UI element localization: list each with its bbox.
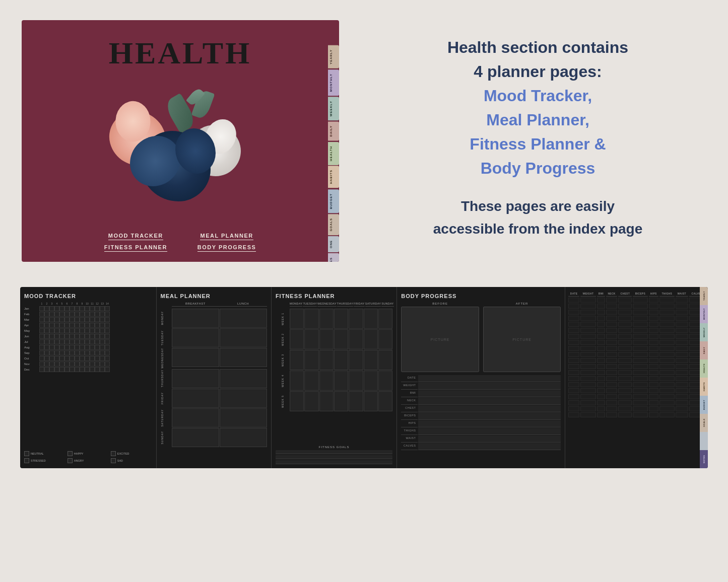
mood-cell[interactable] [90,367,95,372]
tracking-cell[interactable] [659,400,675,405]
tracking-cell[interactable] [606,298,618,303]
fitness-cell[interactable] [378,329,392,349]
tracking-cell[interactable] [580,304,596,309]
tab-one[interactable]: ONE [328,236,339,252]
mood-cell[interactable] [59,356,64,361]
mood-cell[interactable] [75,367,80,372]
tracking-cell[interactable] [580,364,596,369]
tracking-cell[interactable] [676,340,688,345]
mood-cell[interactable] [75,334,80,339]
mood-cell[interactable] [80,328,85,333]
tracking-cell[interactable] [633,328,647,333]
tracking-cell[interactable] [659,382,675,387]
tracking-cell[interactable] [676,370,688,375]
tracking-cell[interactable] [618,334,632,339]
tracking-cell[interactable] [618,304,632,309]
tracking-cell[interactable] [649,298,658,303]
mood-cell[interactable] [49,334,54,339]
tracking-cell[interactable] [597,298,605,303]
mood-cell[interactable] [100,339,105,344]
tracking-cell[interactable] [597,358,605,363]
tracking-cell[interactable] [676,382,688,387]
btab-habits[interactable]: HABITS [700,378,708,396]
tracking-cell[interactable] [597,328,605,333]
mood-cell[interactable] [59,339,64,344]
mood-cell[interactable] [95,350,100,355]
mood-cell[interactable] [105,323,110,328]
meal-cell[interactable] [220,328,267,347]
mood-cell[interactable] [80,350,85,355]
mood-cell[interactable] [54,323,59,328]
tracking-cell[interactable] [659,334,675,339]
tracking-cell[interactable] [568,400,579,405]
mood-cell[interactable] [70,339,75,344]
tracking-cell[interactable] [606,334,618,339]
tracking-cell[interactable] [659,340,675,345]
tracking-cell[interactable] [676,412,688,417]
tracking-cell[interactable] [649,310,658,315]
tracking-cell[interactable] [676,316,688,321]
fitness-cell[interactable] [349,350,363,370]
mood-cell[interactable] [95,345,100,350]
tracking-cell[interactable] [606,388,618,393]
mood-cell[interactable] [59,312,64,317]
mood-cell[interactable] [95,367,100,372]
tracking-cell[interactable] [568,358,579,363]
tracking-cell[interactable] [606,394,618,399]
tracking-cell[interactable] [580,328,596,333]
tracking-cell[interactable] [633,382,647,387]
mood-cell[interactable] [100,350,105,355]
tracking-cell[interactable] [618,382,632,387]
mood-cell[interactable] [64,367,70,372]
mood-cell[interactable] [64,334,70,339]
tracking-cell[interactable] [649,322,658,327]
mood-cell[interactable] [95,356,100,361]
fitness-cell[interactable] [304,309,318,329]
tracking-cell[interactable] [659,412,675,417]
mood-cell[interactable] [105,356,110,361]
mood-cell[interactable] [85,306,90,311]
tracking-cell[interactable] [597,352,605,357]
mood-cell[interactable] [105,361,110,367]
fitness-cell[interactable] [364,371,378,391]
mood-cell[interactable] [49,345,54,350]
tracking-cell[interactable] [597,364,605,369]
mood-cell[interactable] [85,334,90,339]
tracking-cell[interactable] [618,358,632,363]
tracking-cell[interactable] [568,328,579,333]
fitness-cell[interactable] [349,309,363,329]
tracking-cell[interactable] [618,322,632,327]
tracking-cell[interactable] [580,322,596,327]
mood-cell[interactable] [95,312,100,317]
tracking-cell[interactable] [568,394,579,399]
tracking-cell[interactable] [659,316,675,321]
fitness-cell[interactable] [364,391,378,411]
mood-cell[interactable] [44,323,49,328]
tracking-cell[interactable] [676,328,688,333]
tracking-cell[interactable] [580,394,596,399]
mood-cell[interactable] [64,350,70,355]
mood-cell[interactable] [95,306,100,311]
tracking-cell[interactable] [606,340,618,345]
tracking-cell[interactable] [659,322,675,327]
meal-cell[interactable] [220,348,267,367]
tracking-cell[interactable] [649,382,658,387]
mood-cell[interactable] [85,328,90,333]
btab-notes[interactable]: NOTES [700,450,708,468]
tracking-cell[interactable] [659,310,675,315]
meal-cell[interactable] [172,369,219,388]
tracking-cell[interactable] [606,406,618,411]
tracking-cell[interactable] [633,412,647,417]
mood-cell[interactable] [49,306,54,311]
mood-cell[interactable] [100,334,105,339]
mood-cell[interactable] [100,323,105,328]
tracking-cell[interactable] [618,346,632,351]
mood-cell[interactable] [39,361,44,367]
mood-cell[interactable] [44,339,49,344]
tracking-cell[interactable] [649,352,658,357]
tracking-cell[interactable] [633,370,647,375]
mood-cell[interactable] [100,328,105,333]
mood-cell[interactable] [49,328,54,333]
tracking-cell[interactable] [676,394,688,399]
tracking-cell[interactable] [597,412,605,417]
